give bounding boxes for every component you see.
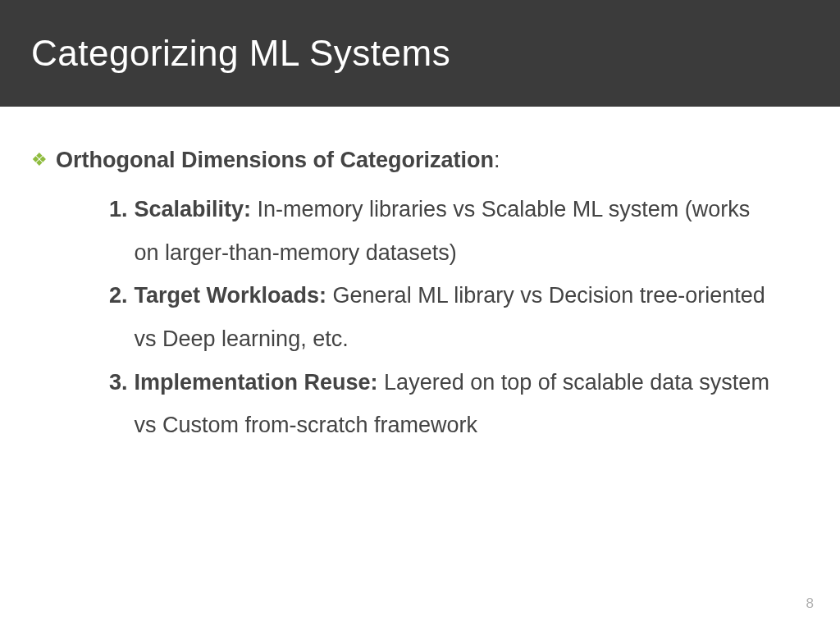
slide-title: Categorizing ML Systems [31,33,450,74]
list-item: 3. Implementation Reuse: Layered on top … [109,361,776,447]
item-label: Target Workloads: [135,283,327,308]
item-body: Target Workloads: General ML library vs … [135,274,776,360]
main-bullet-colon: : [494,148,500,172]
main-bullet-row: ❖ Orthogonal Dimensions of Categorizatio… [31,148,809,173]
item-number: 1. [109,188,128,274]
slide-content: ❖ Orthogonal Dimensions of Categorizatio… [0,107,840,447]
item-number: 3. [109,361,128,447]
item-label: Scalability: [135,197,252,221]
item-body: Implementation Reuse: Layered on top of … [135,361,776,447]
numbered-list: 1. Scalability: In-memory libraries vs S… [31,188,809,447]
item-body: Scalability: In-memory libraries vs Scal… [135,188,776,274]
main-bullet-text-wrap: Orthogonal Dimensions of Categorization: [56,148,500,173]
item-number: 2. [109,274,128,360]
item-label: Implementation Reuse: [135,370,378,395]
main-bullet-label: Orthogonal Dimensions of Categorization [56,148,494,172]
page-number: 8 [806,596,814,612]
list-item: 1. Scalability: In-memory libraries vs S… [109,188,776,274]
list-item: 2. Target Workloads: General ML library … [109,274,776,360]
diamond-bullet-icon: ❖ [31,148,48,173]
slide-header: Categorizing ML Systems [0,0,840,107]
